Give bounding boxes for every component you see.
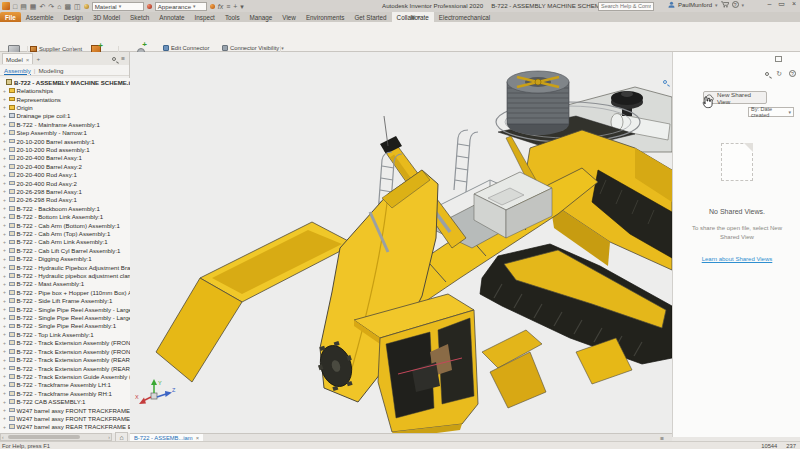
appearance-dropdown[interactable]: Appearance ▾ [155,2,207,11]
tree-item[interactable]: + B-722 - Pipe box + Hopper (110mm Box) … [0,288,130,296]
ribbon-tab[interactable]: Design [59,12,89,22]
learn-shared-views-link[interactable]: Learn about Shared Views [673,256,800,262]
save-icon[interactable]: ▦ [30,3,37,10]
parameters-fx-icon[interactable]: fx [218,3,223,10]
chevron-down-icon[interactable]: ▾ [715,2,718,8]
expand-icon[interactable]: + [3,205,7,211]
ribbon-tab[interactable]: 3D Model [88,12,125,22]
tree-item[interactable]: + B-722 - Cab Lift Cyl Barrel Assembly:1 [0,246,130,254]
add-browser-tab-button[interactable]: + [36,55,40,62]
expand-icon[interactable]: + [3,399,7,405]
expand-icon[interactable]: + [3,155,7,161]
expand-icon[interactable]: + [3,188,7,194]
expand-icon[interactable]: + [3,264,7,270]
panel-dock-icon[interactable] [775,56,782,62]
expand-icon[interactable]: + [3,281,7,287]
tree-item[interactable]: + Relationships [0,86,130,94]
material-dropdown[interactable]: Material ▾ [92,2,144,11]
tree-item[interactable]: + 20-26-298 Rod Assy:1 [0,196,130,204]
subtab-modeling[interactable]: Modeling [38,67,63,74]
expand-icon[interactable]: + [3,163,7,169]
ribbon-tab[interactable]: Assemble [21,12,59,22]
store-cart-icon[interactable] [721,1,729,8]
plus-icon[interactable]: + [233,3,237,10]
tree-item[interactable]: + B-722 - Cab Arm (Bottom) Assembly:1 [0,221,130,229]
tree-item[interactable]: + B-722 CAB ASSEMBLY:1 [0,397,130,405]
expand-icon[interactable]: + [3,331,7,337]
expand-icon[interactable]: + [3,365,7,371]
expand-icon[interactable]: + [3,197,7,203]
expand-icon[interactable]: + [3,180,7,186]
ribbon-tab[interactable]: Environments [301,12,350,22]
tree-item[interactable]: + B-722 - Single Pipe Reel Assembly:1 [0,322,130,330]
expand-icon[interactable]: + [3,415,7,421]
tree-item[interactable]: + W247 barrel assy FRONT TRACKFRAME ASSY… [0,414,130,422]
scroll-left-icon[interactable]: ‹ [1,434,5,440]
expand-icon[interactable]: + [3,306,7,312]
chevron-down-icon[interactable]: ▾ [240,3,244,10]
edit-connector-button[interactable]: Edit Connector [163,45,209,51]
expand-icon[interactable]: + [3,407,7,413]
tree-item[interactable]: + B-722 - Cab Arm (Top) Assembly:1 [0,229,130,237]
expand-icon[interactable]: + [3,390,7,396]
minimize-button[interactable]: – [767,0,771,8]
tree-item[interactable]: + B-722 - Single Pipe Reel Assembly - La… [0,313,130,321]
scroll-right-icon[interactable]: › [107,434,111,440]
tree-item[interactable]: + B-722 - Track Extension Assembly (FRON… [0,339,130,347]
tree-item[interactable]: + 20-20-400 Barrel Assy:1 [0,154,130,162]
tree-item[interactable]: + 20-20-400 Rod Assy:1 [0,170,130,178]
tree-item[interactable]: + Origin [0,103,130,111]
ribbon-tab[interactable]: Manage [245,12,278,22]
tree-root[interactable]: B-722 - ASSEMBLY MACHINE SCHEME.iam [0,78,130,86]
help-search-input[interactable] [598,2,654,11]
browser-search-icon[interactable] [112,57,116,61]
expand-icon[interactable]: + [3,222,7,228]
tree-item[interactable]: + B-722 - Side Lift Frame Assembly:1 [0,297,130,305]
expand-icon[interactable]: + [3,214,7,220]
ribbon-tab[interactable]: Tools [220,12,245,22]
help-icon[interactable]: ? [732,1,739,8]
expand-icon[interactable]: + [3,113,7,119]
expand-icon[interactable]: + [3,289,7,295]
open-file-icon[interactable]: ▤ [20,3,27,10]
tree-item[interactable]: + 20-10-200 Barrel assembly:1 [0,137,130,145]
tree-item[interactable]: + B-722 - Track Extension Guide Assembly… [0,372,130,380]
expand-icon[interactable]: + [3,96,7,102]
expand-icon[interactable]: + [3,348,7,354]
measure-icon[interactable]: ≡ [226,3,230,10]
browser-horizontal-scrollbar[interactable]: ‹ › [0,433,112,441]
navigation-zoom-icon[interactable] [663,70,667,88]
tree-item[interactable]: + W247 barrel assy FRONT TRACKFRAME ASSY… [0,406,130,414]
expand-icon[interactable]: + [3,247,7,253]
browser-tab-model[interactable]: Model × [2,53,33,64]
expand-icon[interactable]: + [3,172,7,178]
expand-icon[interactable]: + [3,424,7,430]
tree-item[interactable]: + 20-10-200 Rod assembly:1 [0,145,130,153]
ribbon-tab[interactable]: View [277,12,301,22]
expand-icon[interactable]: + [3,256,7,262]
tree-item[interactable]: + B-722 - Hydraulic Pipebox Adjustment B… [0,263,130,271]
tree-item[interactable]: + B-722 - Single Pipe Reel Assembly - La… [0,305,130,313]
tree-item[interactable]: + B-722 - Track Extension Assembly (REAR… [0,355,130,363]
tree-item[interactable]: + B-722 - Mast Assembly:1 [0,280,130,288]
tree-item[interactable]: + Step Assembly - Narrow:1 [0,128,130,136]
expand-icon[interactable]: + [3,138,7,144]
ribbon-tab[interactable]: Inspect [190,12,220,22]
ribbon-tab[interactable]: File [0,12,21,22]
ribbon-tab[interactable]: Get Started [349,12,391,22]
tree-item[interactable]: + B-722 - Track Extension Assembly (FRON… [0,347,130,355]
redo-icon[interactable]: ↷ [48,3,54,10]
tree-item[interactable]: + B-722 - Trackframe Assembly RH:1 [0,389,130,397]
restore-button[interactable]: ▭ [778,0,785,8]
tree-item[interactable]: + 20-26-298 Barrel Assy:1 [0,187,130,195]
tree-item[interactable]: + Drainage pipe coil:1 [0,112,130,120]
tree-item[interactable]: + B-722 - Track Extension Assembly (REAR… [0,364,130,372]
ribbon-tab[interactable]: Electromechanical [434,12,495,22]
tree-item[interactable]: + B-722 - Bottom Link Assembly:1 [0,213,130,221]
chevron-down-icon[interactable]: ▾ [742,2,745,8]
tree-item[interactable]: + B-722 - Top Link Assembly:1 [0,330,130,338]
expand-icon[interactable]: + [3,340,7,346]
expand-icon[interactable]: + [3,88,7,94]
tree-item[interactable]: + B-722 - Digging Assembly:1 [0,255,130,263]
expand-icon[interactable]: + [3,382,7,388]
